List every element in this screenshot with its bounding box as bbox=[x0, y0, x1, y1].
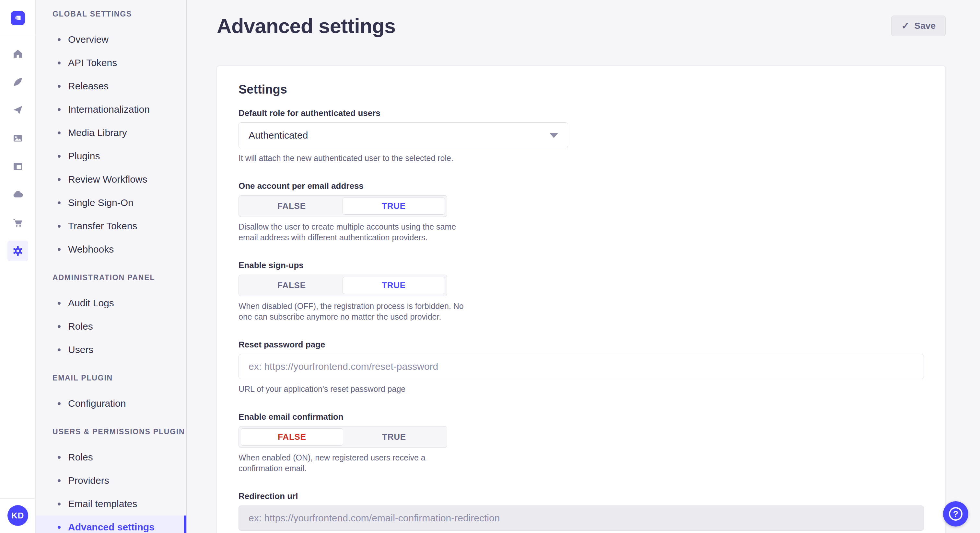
content-manager-icon[interactable] bbox=[8, 71, 28, 92]
page-title: Advanced settings bbox=[217, 14, 396, 38]
sidebar-item-advanced-settings[interactable]: Advanced settings bbox=[36, 516, 186, 533]
sidebar-item-label: Advanced settings bbox=[68, 522, 154, 533]
sidebar-item-up-providers[interactable]: Providers bbox=[36, 469, 186, 492]
field-one-account: One account per email address FALSE TRUE… bbox=[239, 180, 924, 243]
marketplace-icon[interactable] bbox=[8, 213, 28, 233]
sidebar-item-webhooks[interactable]: Webhooks bbox=[36, 238, 186, 261]
sidebar-item-plugins[interactable]: Plugins bbox=[36, 144, 186, 168]
sidebar-item-label: Internationalization bbox=[68, 104, 150, 115]
field-hint: Disallow the user to create multiple acc… bbox=[239, 222, 465, 243]
sidebar-item-label: Review Workflows bbox=[68, 174, 148, 185]
field-label: Enable email confirmation bbox=[239, 411, 924, 422]
bullet-icon bbox=[58, 201, 60, 204]
sidebar-item-label: Plugins bbox=[68, 151, 100, 162]
sidebar-item-label: Audit Logs bbox=[68, 298, 114, 309]
settings-heading: Settings bbox=[239, 82, 924, 97]
bullet-icon bbox=[58, 402, 60, 405]
help-button[interactable]: ? bbox=[943, 501, 968, 527]
bullet-icon bbox=[58, 248, 60, 251]
page-header: Advanced settings ✓ Save bbox=[217, 14, 946, 38]
field-label: Enable sign-ups bbox=[239, 260, 924, 271]
sidebar-item-audit-logs[interactable]: Audit Logs bbox=[36, 292, 186, 315]
field-label: Reset password page bbox=[239, 339, 924, 350]
sidebar-item-up-roles[interactable]: Roles bbox=[36, 446, 186, 469]
one-account-toggle[interactable]: FALSE TRUE bbox=[239, 195, 447, 217]
toggle-option-false[interactable]: FALSE bbox=[241, 277, 342, 294]
toggle-option-true[interactable]: TRUE bbox=[342, 277, 445, 294]
field-reset-password: Reset password page URL of your applicat… bbox=[239, 339, 924, 394]
sidebar-section-global: GLOBAL SETTINGS Overview API Tokens Rele… bbox=[36, 9, 186, 261]
toggle-option-false[interactable]: FALSE bbox=[241, 428, 343, 446]
field-hint: URL of your application's reset password… bbox=[239, 384, 924, 394]
home-icon[interactable] bbox=[8, 43, 28, 64]
sidebar-section-admin: ADMINISTRATION PANEL Audit Logs Roles Us… bbox=[36, 273, 186, 362]
field-label: Default role for authenticated users bbox=[239, 108, 924, 119]
settings-subnav: GLOBAL SETTINGS Overview API Tokens Rele… bbox=[36, 0, 187, 533]
check-icon: ✓ bbox=[901, 21, 909, 31]
bullet-icon bbox=[58, 456, 60, 459]
sidebar-item-email-templates[interactable]: Email templates bbox=[36, 492, 186, 516]
user-avatar[interactable]: KD bbox=[8, 505, 28, 526]
logo-area bbox=[0, 0, 35, 36]
chevron-down-icon bbox=[550, 133, 558, 138]
bullet-icon bbox=[58, 225, 60, 228]
sidebar-section-header: USERS & PERMISSIONS PLUGIN bbox=[36, 427, 186, 436]
active-item-indicator bbox=[184, 516, 186, 533]
field-redirection-url: Redirection url bbox=[239, 490, 924, 531]
reset-password-input[interactable] bbox=[239, 354, 924, 379]
bullet-icon bbox=[58, 479, 60, 482]
save-button[interactable]: ✓ Save bbox=[891, 16, 946, 36]
question-mark-icon: ? bbox=[949, 507, 963, 521]
bullet-icon bbox=[58, 348, 60, 351]
sidebar-item-admin-roles[interactable]: Roles bbox=[36, 315, 186, 338]
field-email-confirmation: Enable email confirmation FALSE TRUE Whe… bbox=[239, 411, 924, 474]
settings-icon[interactable] bbox=[8, 241, 28, 261]
sidebar-item-api-tokens[interactable]: API Tokens bbox=[36, 51, 186, 75]
email-confirmation-toggle[interactable]: FALSE TRUE bbox=[239, 426, 447, 448]
bullet-icon bbox=[58, 155, 60, 158]
rail-bottom: KD bbox=[0, 498, 35, 533]
sidebar-item-label: Providers bbox=[68, 475, 109, 486]
sidebar-section-email: EMAIL PLUGIN Configuration bbox=[36, 373, 186, 415]
bullet-icon bbox=[58, 62, 60, 65]
default-role-select[interactable]: Authenticated bbox=[239, 122, 568, 148]
releases-icon[interactable] bbox=[8, 100, 28, 121]
sidebar-item-media-library[interactable]: Media Library bbox=[36, 121, 186, 144]
sidebar-item-label: Roles bbox=[68, 452, 93, 463]
sidebar-item-label: Webhooks bbox=[68, 244, 114, 255]
bullet-icon bbox=[58, 526, 60, 529]
field-enable-signups: Enable sign-ups FALSE TRUE When disabled… bbox=[239, 260, 924, 322]
field-default-role: Default role for authenticated users Aut… bbox=[239, 108, 924, 163]
sidebar-item-releases[interactable]: Releases bbox=[36, 75, 186, 98]
sidebar-item-label: Users bbox=[68, 344, 93, 355]
sidebar-item-admin-users[interactable]: Users bbox=[36, 338, 186, 362]
sidebar-section-header: EMAIL PLUGIN bbox=[36, 373, 186, 383]
settings-card: Settings Default role for authenticated … bbox=[217, 66, 946, 533]
field-hint: When enabled (ON), new registered users … bbox=[239, 452, 446, 474]
toggle-option-false[interactable]: FALSE bbox=[241, 198, 342, 215]
toggle-option-true[interactable]: TRUE bbox=[342, 198, 445, 215]
main-content: Advanced settings ✓ Save Settings Defaul… bbox=[187, 0, 980, 533]
sidebar-item-label: Single Sign-On bbox=[68, 197, 134, 208]
sidebar-item-overview[interactable]: Overview bbox=[36, 28, 186, 51]
media-library-icon[interactable] bbox=[8, 128, 28, 149]
sidebar-item-label: API Tokens bbox=[68, 57, 117, 68]
bullet-icon bbox=[58, 325, 60, 328]
bullet-icon bbox=[58, 108, 60, 111]
signups-toggle[interactable]: FALSE TRUE bbox=[239, 274, 447, 296]
strapi-logo[interactable] bbox=[11, 11, 25, 25]
toggle-option-true[interactable]: TRUE bbox=[343, 428, 445, 446]
bullet-icon bbox=[58, 85, 60, 88]
select-value: Authenticated bbox=[248, 130, 308, 141]
bullet-icon bbox=[58, 178, 60, 181]
sidebar-item-single-sign-on[interactable]: Single Sign-On bbox=[36, 191, 186, 214]
bullet-icon bbox=[58, 38, 60, 41]
sidebar-item-review-workflows[interactable]: Review Workflows bbox=[36, 168, 186, 191]
sidebar-item-transfer-tokens[interactable]: Transfer Tokens bbox=[36, 214, 186, 238]
deploy-icon[interactable] bbox=[8, 184, 28, 205]
sidebar-item-label: Transfer Tokens bbox=[68, 220, 137, 232]
bullet-icon bbox=[58, 132, 60, 134]
sidebar-item-internationalization[interactable]: Internationalization bbox=[36, 98, 186, 121]
content-type-builder-icon[interactable] bbox=[8, 156, 28, 177]
sidebar-item-email-configuration[interactable]: Configuration bbox=[36, 392, 186, 415]
